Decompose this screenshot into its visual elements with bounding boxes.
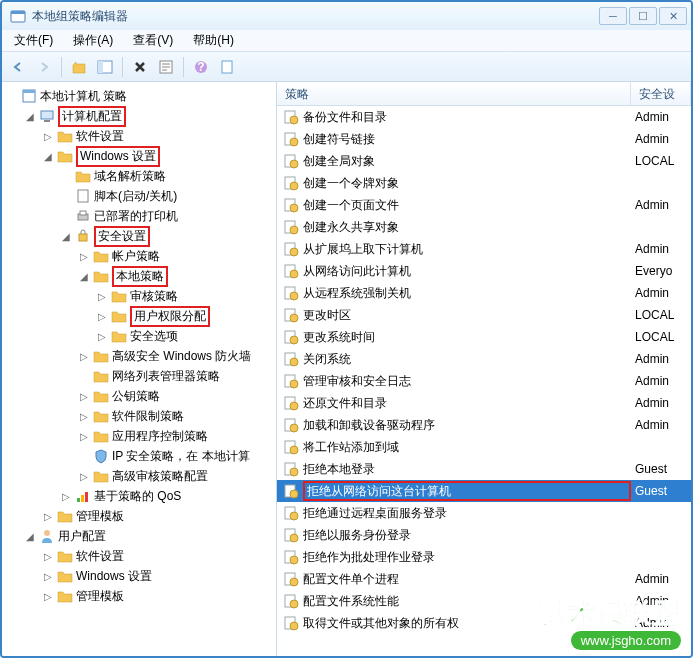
expander-icon[interactable]: ▷: [78, 471, 90, 482]
list-row[interactable]: 创建符号链接Admin: [277, 128, 691, 150]
policy-label: 拒绝以服务身份登录: [303, 527, 631, 544]
svg-rect-19: [77, 498, 80, 502]
list-row[interactable]: 配置文件系统性能Admin: [277, 590, 691, 612]
list-pane: 策略 安全设 备份文件和目录Admin创建符号链接Admin创建全局对象LOCA…: [277, 82, 691, 656]
tree-windows-settings[interactable]: ◢Windows 设置: [42, 146, 276, 166]
expander-icon[interactable]: ▷: [96, 291, 108, 302]
user-icon: [39, 528, 55, 544]
back-button[interactable]: [6, 55, 30, 79]
list-body[interactable]: 备份文件和目录Admin创建符号链接Admin创建全局对象LOCAL创建一个令牌…: [277, 106, 691, 656]
close-button[interactable]: ✕: [659, 7, 687, 25]
folder-icon: [57, 568, 73, 584]
list-row[interactable]: 创建一个页面文件Admin: [277, 194, 691, 216]
tree-app-control[interactable]: ▷应用程序控制策略: [78, 426, 276, 446]
show-tree-button[interactable]: [93, 55, 117, 79]
tree-user-config[interactable]: ◢用户配置: [24, 526, 276, 546]
folder-icon: [93, 368, 109, 384]
tree-user-rights[interactable]: ▷用户权限分配: [96, 306, 276, 326]
tree-security-settings[interactable]: ◢安全设置: [60, 226, 276, 246]
list-row[interactable]: 将工作站添加到域: [277, 436, 691, 458]
svg-point-54: [290, 446, 298, 454]
help-button[interactable]: ?: [189, 55, 213, 79]
tree-software-settings[interactable]: ▷软件设置: [42, 126, 276, 146]
column-security[interactable]: 安全设: [631, 82, 691, 105]
tree-dns-policy[interactable]: 域名解析策略: [60, 166, 276, 186]
expander-icon[interactable]: ▷: [42, 591, 54, 602]
tree-audit-policy[interactable]: ▷审核策略: [96, 286, 276, 306]
svg-rect-18: [79, 234, 87, 241]
expander-icon[interactable]: ◢: [24, 111, 36, 122]
list-row[interactable]: 更改系统时间LOCAL: [277, 326, 691, 348]
tree-network-list[interactable]: 网络列表管理器策略: [78, 366, 276, 386]
up-button[interactable]: [67, 55, 91, 79]
expander-icon[interactable]: ▷: [78, 391, 90, 402]
expander-icon[interactable]: ▷: [42, 131, 54, 142]
list-row[interactable]: 配置文件单个进程Admin: [277, 568, 691, 590]
menu-view[interactable]: 查看(V): [127, 30, 179, 51]
tree-scripts[interactable]: 脚本(启动/关机): [60, 186, 276, 206]
expander-icon[interactable]: ▷: [60, 491, 72, 502]
tree-software-settings-u[interactable]: ▷软件设置: [42, 546, 276, 566]
delete-button[interactable]: [128, 55, 152, 79]
expander-icon[interactable]: ◢: [24, 531, 36, 542]
tree-security-options[interactable]: ▷安全选项: [96, 326, 276, 346]
refresh-button[interactable]: [215, 55, 239, 79]
list-row[interactable]: 拒绝从网络访问这台计算机Guest: [277, 480, 691, 502]
tree-policy-qos[interactable]: ▷基于策略的 QoS: [60, 486, 276, 506]
tree-root[interactable]: 本地计算机 策略: [6, 86, 276, 106]
expander-icon[interactable]: ▷: [78, 351, 90, 362]
forward-button[interactable]: [32, 55, 56, 79]
tree-computer-config[interactable]: ◢ 计算机配置: [24, 106, 276, 126]
list-row[interactable]: 拒绝本地登录Guest: [277, 458, 691, 480]
list-row[interactable]: 创建永久共享对象: [277, 216, 691, 238]
menu-help[interactable]: 帮助(H): [187, 30, 240, 51]
expander-icon[interactable]: ▷: [96, 331, 108, 342]
tree-pane[interactable]: 本地计算机 策略 ◢ 计算机配置 ▷软件设置 ◢Windows 设置: [2, 82, 277, 656]
tree-admin-templates-c[interactable]: ▷管理模板: [42, 506, 276, 526]
expander-icon[interactable]: ◢: [78, 271, 90, 282]
list-row[interactable]: 创建全局对象LOCAL: [277, 150, 691, 172]
list-row[interactable]: 还原文件和目录Admin: [277, 392, 691, 414]
list-row[interactable]: 备份文件和目录Admin: [277, 106, 691, 128]
tree-local-policies[interactable]: ◢本地策略: [78, 266, 276, 286]
list-row[interactable]: 管理审核和安全日志Admin: [277, 370, 691, 392]
folder-icon: [75, 168, 91, 184]
tree-deployed-printers[interactable]: 已部署的打印机: [60, 206, 276, 226]
list-row[interactable]: 关闭系统Admin: [277, 348, 691, 370]
column-policy[interactable]: 策略: [277, 82, 631, 105]
properties-button[interactable]: [154, 55, 178, 79]
expander-icon[interactable]: ▷: [42, 551, 54, 562]
tree-account-policies[interactable]: ▷帐户策略: [78, 246, 276, 266]
tree-public-key[interactable]: ▷公钥策略: [78, 386, 276, 406]
list-row[interactable]: 从网络访问此计算机Everyo: [277, 260, 691, 282]
tree-adv-audit[interactable]: ▷高级审核策略配置: [78, 466, 276, 486]
list-row[interactable]: 创建一个令牌对象: [277, 172, 691, 194]
tree-firewall[interactable]: ▷高级安全 Windows 防火墙: [78, 346, 276, 366]
list-row[interactable]: 拒绝以服务身份登录: [277, 524, 691, 546]
expander-icon[interactable]: ◢: [60, 231, 72, 242]
expander-icon[interactable]: ◢: [42, 151, 54, 162]
expander-icon[interactable]: ▷: [42, 571, 54, 582]
maximize-button[interactable]: ☐: [629, 7, 657, 25]
list-row[interactable]: 从远程系统强制关机Admin: [277, 282, 691, 304]
expander-icon[interactable]: ▷: [78, 251, 90, 262]
list-row[interactable]: 从扩展坞上取下计算机Admin: [277, 238, 691, 260]
list-row[interactable]: 拒绝作为批处理作业登录: [277, 546, 691, 568]
list-row[interactable]: 取得文件或其他对象的所有权Admin: [277, 612, 691, 634]
menu-action[interactable]: 操作(A): [67, 30, 119, 51]
menu-file[interactable]: 文件(F): [8, 30, 59, 51]
tree-windows-settings-u[interactable]: ▷Windows 设置: [42, 566, 276, 586]
expander-icon[interactable]: ▷: [42, 511, 54, 522]
minimize-button[interactable]: ─: [599, 7, 627, 25]
list-row[interactable]: 加载和卸载设备驱动程序Admin: [277, 414, 691, 436]
tree-ip-security[interactable]: IP 安全策略，在 本地计算: [78, 446, 276, 466]
list-row[interactable]: 更改时区LOCAL: [277, 304, 691, 326]
list-row[interactable]: 拒绝通过远程桌面服务登录: [277, 502, 691, 524]
tree-software-restriction[interactable]: ▷软件限制策略: [78, 406, 276, 426]
expander-icon[interactable]: ▷: [96, 311, 108, 322]
toolbar-separator: [183, 57, 184, 77]
expander-icon[interactable]: ▷: [78, 411, 90, 422]
expander-icon[interactable]: ▷: [78, 431, 90, 442]
tree-admin-templates-u[interactable]: ▷管理模板: [42, 586, 276, 606]
svg-text:?: ?: [197, 60, 204, 74]
